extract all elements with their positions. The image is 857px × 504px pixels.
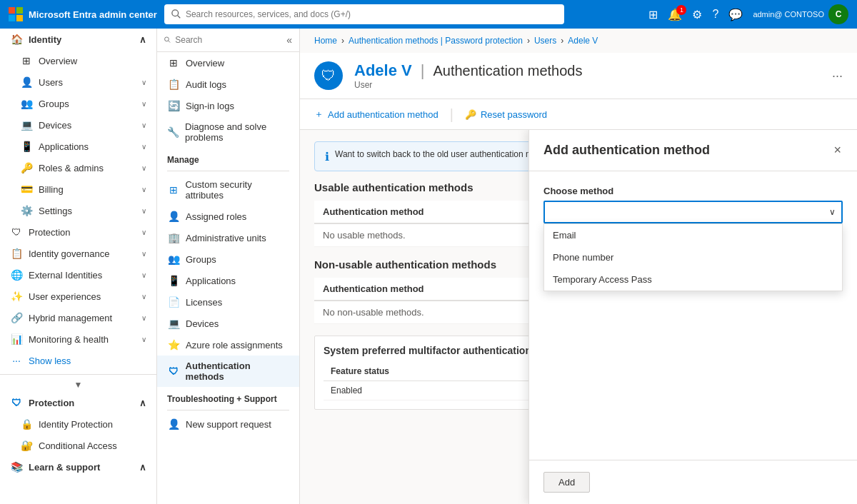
collapse-icon[interactable]: « (286, 34, 292, 46)
sidebar-item-identity-gov[interactable]: 📋 Identity governance ∨ (0, 243, 156, 264)
subnav-item-diagnose[interactable]: 🔧 Diagnose and solve problems (157, 116, 299, 148)
subnav-item-label: Assigned roles (186, 211, 246, 222)
monitoring-icon: 📊 (10, 333, 23, 345)
sidebar-item-protection[interactable]: 🛡 Protection ∨ (0, 221, 156, 243)
sidebar-item-hybrid[interactable]: 🔗 Hybrid management ∨ (0, 307, 156, 328)
sidebar-item-learn[interactable]: 📚 Learn & support ∧ (0, 456, 156, 478)
sidebar-item-label: Billing (39, 184, 136, 195)
scroll-down-btn[interactable]: ▼ (0, 378, 156, 392)
subnav-item-label: Applications (186, 276, 236, 286)
sidebar-item-conditional-access[interactable]: 🔐 Conditional Access (0, 435, 156, 456)
method-option-tap[interactable]: Temporary Access Pass (544, 268, 842, 291)
subnav-item-label: Groups (186, 254, 216, 265)
subnav-item-new-support[interactable]: 👤 New support request (157, 413, 299, 435)
add-auth-method-button[interactable]: ＋ Add authentication method (314, 105, 438, 124)
feedback-icon[interactable]: 💬 (728, 8, 743, 21)
subnav-search-bar[interactable]: « (157, 29, 299, 52)
sidebar-item-identity[interactable]: 🏠 Identity ∧ (0, 29, 156, 50)
user-exp-icon: ✨ (10, 291, 23, 302)
sidebar-item-identity-protection[interactable]: 🔒 Identity Protection (0, 413, 156, 435)
subnav-item-auth-methods[interactable]: 🛡 Authentication methods (157, 356, 299, 387)
sidebar-item-label: Applications (39, 141, 136, 152)
method-option-phone[interactable]: Phone number (544, 246, 842, 268)
subnav-item-devices[interactable]: 💻 Devices (157, 313, 299, 334)
help-icon[interactable]: ? (712, 8, 718, 21)
subnav-item-applications[interactable]: 📱 Applications (157, 270, 299, 291)
devices-icon: 💻 (20, 119, 33, 131)
subnav-item-assigned-roles[interactable]: 👤 Assigned roles (157, 206, 299, 227)
user-header: 🛡 Adele V | Authentication methods User … (300, 53, 857, 99)
page-title: Authentication methods (433, 63, 582, 79)
sidebar-item-user-exp[interactable]: ✨ User experiences ∨ (0, 286, 156, 307)
breadcrumb-adele[interactable]: Adele V (568, 36, 598, 46)
sidebar-item-external-id[interactable]: 🌐 External Identities ∨ (0, 264, 156, 286)
chevron-icon: ∨ (141, 228, 146, 236)
groups-icon: 👥 (167, 253, 180, 265)
sidebar-item-billing[interactable]: 💳 Billing ∨ (0, 178, 156, 200)
svg-rect-2 (9, 15, 15, 21)
sidebar-item-label: Monitoring & health (29, 334, 136, 345)
sidebar-item-roles[interactable]: 🔑 Roles & admins ∨ (0, 157, 156, 178)
sidebar-item-monitoring[interactable]: 📊 Monitoring & health ∨ (0, 328, 156, 350)
subnav-item-audit-logs[interactable]: 📋 Audit logs (157, 74, 299, 95)
avatar[interactable]: C (828, 4, 848, 24)
subnav-item-admin-units[interactable]: 🏢 Administrative units (157, 227, 299, 248)
signin-logs-icon: 🔄 (167, 100, 180, 111)
settings-icon[interactable]: ⚙ (692, 8, 702, 21)
subnav-item-custom-sec[interactable]: ⊞ Custom security attributes (157, 174, 299, 206)
subnav-item-licenses[interactable]: 📄 Licenses (157, 291, 299, 313)
azure-roles-icon: ⭐ (167, 339, 180, 351)
sidebar-item-show-less[interactable]: ··· Show less (0, 350, 156, 371)
reset-password-button[interactable]: 🔑 Reset password (465, 106, 547, 123)
applications-icon: 📱 (20, 141, 33, 152)
user-menu[interactable]: admin@ CONTOSO C (753, 4, 848, 24)
chevron-icon: ∨ (141, 207, 146, 215)
subnav-item-label: Licenses (186, 297, 222, 308)
sidebar-item-groups[interactable]: 👥 Groups ∨ (0, 93, 156, 114)
sidebar-item-overview[interactable]: ⊞ Overview (0, 50, 156, 71)
breadcrumb-users[interactable]: Users (534, 36, 556, 46)
subnav-item-signin-logs[interactable]: 🔄 Sign-in logs (157, 95, 299, 116)
sidebar-item-label: Users (39, 77, 136, 88)
identity-icon: 🏠 (10, 34, 23, 45)
more-options-icon[interactable]: ··· (832, 69, 843, 84)
breadcrumb-auth-methods[interactable]: Authentication methods | Password protec… (349, 36, 523, 46)
subnav-item-label: Devices (186, 318, 219, 329)
user-type: User (354, 80, 582, 90)
sidebar-item-applications[interactable]: 📱 Applications ∨ (0, 136, 156, 157)
dropdown-options-panel: Email Phone number Temporary Access Pass (543, 223, 843, 291)
chevron-icon: ∨ (141, 143, 146, 151)
sidebar-divider (0, 374, 156, 375)
sidebar-item-users[interactable]: 👤 Users ∨ (0, 71, 156, 93)
mfa-status: Enabled (324, 381, 521, 400)
sidebar-item-label: Show less (29, 356, 146, 366)
search-input[interactable] (186, 9, 557, 19)
svg-rect-3 (16, 15, 23, 21)
subnav-item-overview[interactable]: ⊞ Overview (157, 52, 299, 74)
method-select[interactable] (543, 201, 843, 223)
method-option-email[interactable]: Email (544, 224, 842, 246)
sidebar-item-protection2[interactable]: 🛡 Protection ∧ (0, 392, 156, 413)
subnav-item-groups[interactable]: 👥 Groups (157, 248, 299, 270)
subnav-search-input[interactable] (175, 35, 282, 45)
middle-layout: « ⊞ Overview 📋 Audit logs 🔄 Sign-in logs… (157, 29, 857, 504)
close-button[interactable]: × (832, 141, 843, 159)
notification-icon[interactable]: 🔔 1 (668, 8, 682, 21)
overview-icon: ⊞ (20, 55, 33, 66)
search-icon (171, 9, 181, 19)
subnav-item-azure-roles[interactable]: ⭐ Azure role assignments (157, 334, 299, 356)
auth-methods-icon: 🛡 (167, 366, 180, 377)
breadcrumb-sep: › (341, 36, 344, 46)
search-bar[interactable] (164, 4, 564, 24)
main-content: Home › Authentication methods | Password… (300, 29, 857, 504)
sidebar-item-label: Overview (39, 56, 146, 66)
breadcrumb-home[interactable]: Home (314, 36, 337, 46)
portal-icon[interactable]: ⊞ (648, 8, 658, 21)
side-panel-header: Add authentication method × (529, 130, 857, 171)
sidebar-item-devices[interactable]: 💻 Devices ∨ (0, 114, 156, 136)
sidebar-item-settings[interactable]: ⚙️ Settings ∨ (0, 200, 156, 221)
choose-method-dropdown[interactable]: ∨ Email Phone number Temporary Access Pa… (543, 201, 843, 223)
add-button[interactable]: Add (543, 472, 590, 493)
sidebar: 🏠 Identity ∧ ⊞ Overview 👤 Users ∨ 👥 Grou… (0, 29, 157, 504)
sidebar-item-label: External Identities (29, 270, 136, 281)
